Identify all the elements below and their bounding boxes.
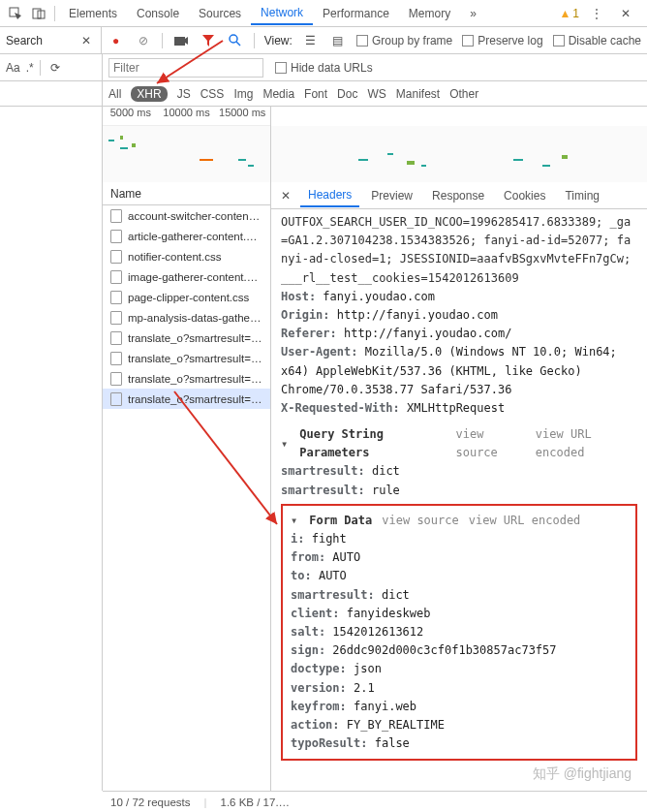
file-icon bbox=[110, 250, 122, 264]
request-row[interactable]: translate_o?smartresult=… bbox=[103, 368, 270, 389]
view-frames-icon[interactable]: ▤ bbox=[329, 32, 347, 49]
request-row[interactable]: translate_o?smartresult=… bbox=[103, 348, 270, 368]
clear-icon[interactable]: ⊘ bbox=[135, 32, 152, 49]
request-name: image-gatherer-content.… bbox=[128, 271, 258, 283]
request-row[interactable]: translate_o?smartresult=… bbox=[103, 328, 270, 348]
resource-type-filter: All XHR JS CSS Img Media Font Doc WS Man… bbox=[0, 81, 647, 107]
preserve-log-checkbox[interactable]: Preserve log bbox=[462, 34, 542, 47]
dtab-response[interactable]: Response bbox=[424, 185, 492, 206]
request-name: translate_o?smartresult=… bbox=[128, 393, 262, 405]
waterfall-overview[interactable] bbox=[103, 126, 270, 182]
form-view-url-encoded[interactable]: view URL encoded bbox=[469, 512, 581, 530]
headers-content[interactable]: OUTFOX_SEARCH_USER_ID_NCOO=1996285417.68… bbox=[271, 209, 647, 791]
inspect-icon[interactable] bbox=[4, 2, 27, 25]
qsp-view-url-encoded[interactable]: view URL encoded bbox=[536, 425, 637, 462]
request-name: notifier-content.css bbox=[128, 251, 222, 263]
dtab-preview[interactable]: Preview bbox=[363, 185, 420, 206]
type-font[interactable]: Font bbox=[304, 87, 327, 101]
match-case-toggle[interactable]: Aa bbox=[6, 61, 20, 75]
dtab-timing[interactable]: Timing bbox=[557, 185, 607, 206]
request-row[interactable]: notifier-content.css bbox=[103, 246, 270, 266]
file-icon bbox=[110, 230, 122, 243]
request-row[interactable]: page-clipper-content.css bbox=[103, 287, 270, 307]
form-data-highlight-box: Form Data view source view URL encoded i… bbox=[281, 504, 637, 761]
disable-cache-checkbox[interactable]: Disable cache bbox=[553, 34, 641, 47]
type-xhr[interactable]: XHR bbox=[131, 86, 167, 102]
group-by-frame-checkbox[interactable]: Group by frame bbox=[356, 34, 452, 47]
dtab-cookies[interactable]: Cookies bbox=[496, 185, 553, 206]
form-view-source[interactable]: view source bbox=[382, 512, 458, 530]
tab-performance[interactable]: Performance bbox=[313, 3, 399, 24]
filter-row: Aa .* ⟳ Hide data URLs bbox=[0, 54, 647, 81]
status-bar: 10 / 72 requests | 1.6 KB / 17.… bbox=[103, 791, 647, 812]
file-icon bbox=[110, 270, 122, 284]
type-css[interactable]: CSS bbox=[200, 87, 225, 101]
view-list-icon[interactable]: ☰ bbox=[302, 32, 320, 49]
type-img[interactable]: Img bbox=[233, 87, 253, 101]
type-all[interactable]: All bbox=[108, 87, 121, 101]
file-icon bbox=[110, 331, 122, 345]
request-row[interactable]: image-gatherer-content.… bbox=[103, 266, 270, 287]
filter-icon[interactable] bbox=[200, 32, 217, 49]
record-icon[interactable]: ● bbox=[108, 32, 125, 49]
requests-panel: 5000 ms 10000 ms 15000 ms Name account-s… bbox=[103, 107, 271, 791]
svg-rect-3 bbox=[174, 37, 185, 46]
tab-memory[interactable]: Memory bbox=[399, 3, 460, 24]
hide-data-urls-checkbox[interactable]: Hide data URLs bbox=[275, 61, 373, 75]
network-body: 5000 ms 10000 ms 15000 ms Name account-s… bbox=[0, 107, 647, 791]
camera-icon[interactable] bbox=[172, 32, 190, 49]
request-name: translate_o?smartresult=… bbox=[128, 353, 262, 364]
waterfall-overview-right[interactable] bbox=[271, 126, 647, 182]
file-icon bbox=[110, 209, 122, 223]
request-name: account-switcher-conten… bbox=[128, 210, 260, 222]
tab-more[interactable]: » bbox=[460, 3, 486, 24]
request-row[interactable]: article-gatherer-content.c… bbox=[103, 226, 270, 246]
timeline-header: 5000 ms 10000 ms 15000 ms bbox=[103, 107, 270, 126]
tab-console[interactable]: Console bbox=[127, 3, 189, 24]
search-results-panel bbox=[0, 107, 103, 791]
search-icon[interactable] bbox=[227, 32, 244, 49]
request-detail-panel: . ✕ Headers Preview Response Cookies Tim… bbox=[271, 107, 647, 791]
file-icon bbox=[110, 291, 122, 304]
name-column-header[interactable]: Name bbox=[103, 182, 270, 205]
request-row[interactable]: translate_o?smartresult=… bbox=[103, 389, 270, 409]
filter-input[interactable] bbox=[108, 58, 263, 78]
request-row[interactable]: account-switcher-conten… bbox=[103, 205, 270, 226]
type-media[interactable]: Media bbox=[262, 87, 294, 101]
kebab-menu-icon[interactable]: ⋮ bbox=[585, 2, 608, 25]
svg-line-5 bbox=[236, 42, 240, 46]
transferred-size: 1.6 KB / 17.… bbox=[220, 796, 290, 808]
file-icon bbox=[110, 392, 122, 406]
request-list: account-switcher-conten…article-gatherer… bbox=[103, 205, 270, 409]
form-data-section[interactable]: Form Data view source view URL encoded bbox=[291, 512, 628, 530]
divider bbox=[54, 6, 55, 21]
warning-badge[interactable]: ▲1 bbox=[559, 7, 579, 20]
type-doc[interactable]: Doc bbox=[337, 87, 357, 101]
file-icon bbox=[110, 311, 122, 325]
search-label: Search bbox=[6, 34, 43, 47]
svg-point-4 bbox=[230, 35, 237, 43]
regex-toggle[interactable]: .* bbox=[26, 61, 34, 75]
request-row[interactable]: mp-analysis-datas-gathe… bbox=[103, 307, 270, 328]
device-toggle-icon[interactable] bbox=[27, 2, 50, 25]
close-detail-icon[interactable]: ✕ bbox=[275, 189, 296, 203]
qsp-view-source[interactable]: view source bbox=[455, 425, 525, 462]
query-string-parameters-section[interactable]: Query String Parameters view source view… bbox=[281, 425, 637, 462]
close-devtools-icon[interactable]: ✕ bbox=[614, 2, 637, 25]
refresh-icon[interactable]: ⟳ bbox=[46, 59, 64, 77]
type-other[interactable]: Other bbox=[449, 87, 478, 101]
type-ws[interactable]: WS bbox=[367, 87, 385, 101]
view-label: View: bbox=[264, 34, 293, 47]
type-js[interactable]: JS bbox=[177, 87, 191, 101]
tab-sources[interactable]: Sources bbox=[189, 3, 251, 24]
request-name: translate_o?smartresult=… bbox=[128, 373, 262, 385]
close-search-icon[interactable]: ✕ bbox=[77, 32, 95, 49]
request-name: mp-analysis-datas-gathe… bbox=[128, 312, 261, 324]
dtab-headers[interactable]: Headers bbox=[300, 184, 359, 207]
file-icon bbox=[110, 352, 122, 365]
tab-network[interactable]: Network bbox=[251, 2, 313, 25]
tab-elements[interactable]: Elements bbox=[59, 3, 127, 24]
requests-count: 10 / 72 requests bbox=[110, 796, 190, 808]
request-name: article-gatherer-content.c… bbox=[128, 231, 262, 242]
type-manifest[interactable]: Manifest bbox=[396, 87, 440, 101]
